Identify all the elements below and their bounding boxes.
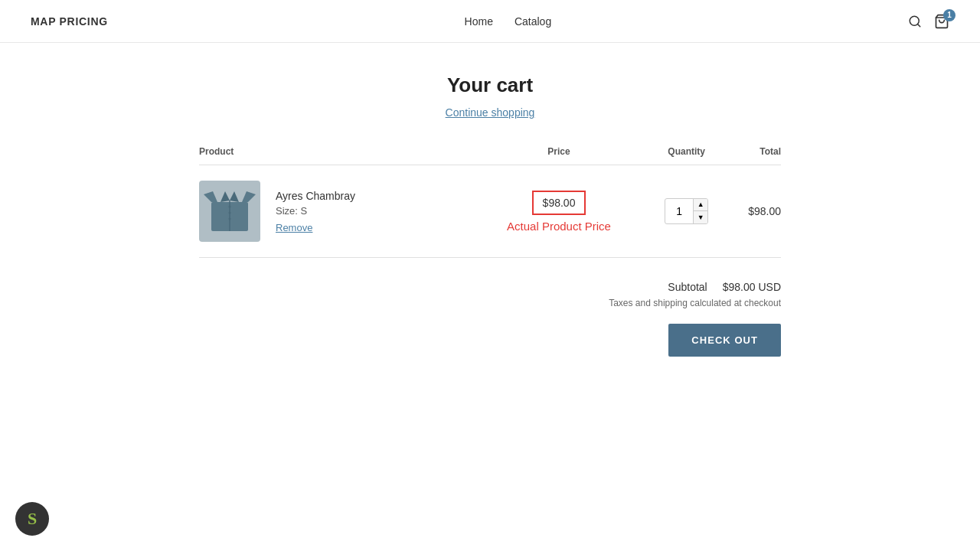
header-actions: 1 [908, 14, 949, 29]
shirt-svg [204, 185, 256, 237]
tax-note: Taxes and shipping calculated at checkou… [199, 298, 781, 308]
quantity-input-wrap: ▲ ▼ [665, 198, 708, 224]
cart-badge: 1 [943, 9, 956, 21]
cart-summary: Subtotal $98.00 USD Taxes and shipping c… [199, 281, 781, 357]
table-row: Ayres Chambray Size: S Remove $98.00 Act… [199, 165, 781, 258]
continue-shopping-link[interactable]: Continue shopping [446, 106, 535, 119]
product-info: Ayres Chambray Size: S Remove [276, 190, 355, 233]
nav-catalog[interactable]: Catalog [514, 15, 551, 28]
svg-point-11 [229, 218, 231, 220]
quantity-input[interactable] [665, 202, 693, 220]
search-button[interactable] [908, 15, 922, 28]
price-box: $98.00 [532, 191, 586, 215]
subtotal-label: Subtotal [668, 281, 707, 293]
subtotal-row: Subtotal $98.00 USD [199, 281, 781, 293]
site-logo: MAP PRICING [31, 15, 108, 28]
col-header-total: Total [724, 146, 781, 165]
cart-button[interactable]: 1 [934, 14, 949, 29]
total-cell: $98.00 [724, 165, 781, 258]
item-price: $98.00 [543, 197, 576, 209]
subtotal-value: $98.00 USD [723, 281, 781, 293]
quantity-decrement[interactable]: ▼ [694, 211, 707, 223]
product-size: Size: S [276, 205, 355, 217]
price-cell: $98.00 Actual Product Price [469, 165, 649, 258]
header: MAP PRICING Home Catalog 1 [0, 0, 980, 43]
main-nav: Home Catalog [465, 15, 552, 28]
svg-marker-7 [230, 191, 239, 202]
svg-point-10 [229, 212, 231, 214]
quantity-cell: ▲ ▼ [648, 165, 724, 258]
col-header-product: Product [199, 146, 469, 165]
svg-marker-4 [204, 191, 217, 202]
product-image [199, 181, 260, 242]
col-header-price: Price [469, 146, 649, 165]
remove-button[interactable]: Remove [276, 222, 312, 233]
quantity-increment[interactable]: ▲ [694, 199, 707, 211]
continue-shopping-section: Continue shopping [199, 106, 781, 119]
col-header-quantity: Quantity [648, 146, 724, 165]
actual-price-label: Actual Product Price [469, 220, 649, 233]
cart-table: Product Price Quantity Total [199, 146, 781, 258]
item-total: $98.00 [748, 205, 781, 217]
svg-marker-6 [220, 191, 230, 202]
checkout-button[interactable]: CHECK OUT [668, 324, 781, 357]
cart-title: Your cart [199, 73, 781, 97]
nav-home[interactable]: Home [465, 15, 493, 28]
search-icon [908, 15, 922, 28]
svg-line-1 [917, 24, 920, 26]
product-cell: Ayres Chambray Size: S Remove [199, 165, 469, 258]
main-content: Your cart Continue shopping Product Pric… [184, 43, 796, 387]
product-name: Ayres Chambray [276, 190, 355, 202]
svg-marker-5 [242, 191, 256, 202]
svg-point-9 [229, 206, 231, 208]
quantity-spinners: ▲ ▼ [693, 199, 707, 223]
